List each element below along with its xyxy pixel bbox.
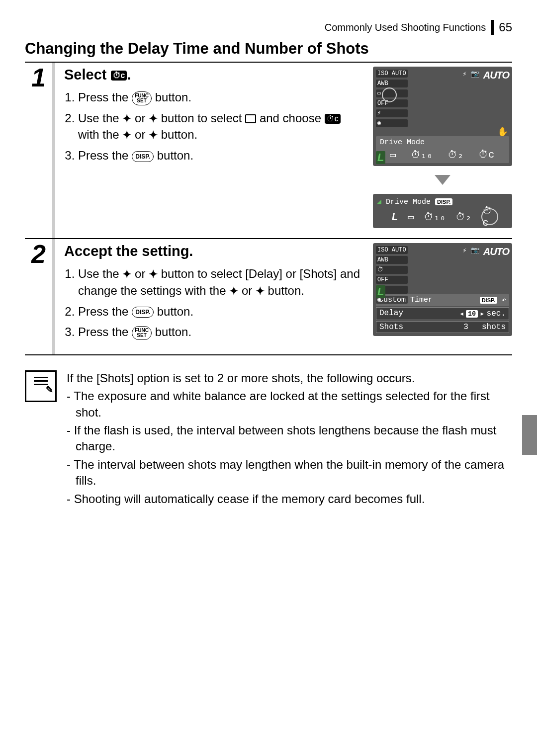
- step-heading: Select ⏱c.: [64, 67, 363, 83]
- note-bullet: Shooting will automatically cease if the…: [67, 491, 512, 507]
- note-section: ✎ If the [Shots] option is set to 2 or m…: [25, 370, 512, 509]
- page-title: Changing the Delay Time and Number of Sh…: [25, 40, 512, 58]
- auto-mode-label: AUTO: [483, 70, 509, 81]
- shots-setting-row: Shots 3 shots: [376, 321, 509, 333]
- custom-timer-icon: ⏱c: [325, 114, 341, 124]
- func-set-button-icon: FUNCSET: [132, 326, 152, 340]
- custom-timer-header: Custom Timer DISP. ↶: [376, 294, 509, 306]
- step-1: 1 Select ⏱c. Press the FUNCSET button. U…: [25, 63, 512, 239]
- disp-badge: DISP.: [480, 297, 497, 304]
- left-arrow-icon: ✦: [122, 129, 131, 141]
- section-name: Commonly Used Shooting Functions: [325, 22, 486, 33]
- up-arrow-icon: ✦: [122, 112, 131, 125]
- disp-badge: DISP.: [435, 198, 452, 205]
- func-set-button-icon: FUNCSET: [132, 91, 152, 105]
- flash-icon: ⚡: [462, 246, 466, 257]
- timer-2-icon: ⏱₂: [455, 211, 471, 223]
- hand-icon: ✋: [497, 126, 508, 137]
- l-badge: L: [376, 151, 385, 164]
- note-bullet: The exposure and white balance are locke…: [67, 388, 512, 420]
- disp-button-icon: DISP.: [132, 307, 154, 318]
- instruction-item: Press the FUNCSET button.: [78, 324, 363, 340]
- note-text: If the [Shots] option is set to 2 or mor…: [67, 370, 512, 509]
- instruction-item: Use the ✦ or ✦ button to select [Delay] …: [78, 265, 363, 299]
- note-bullet: The interval between shots may lengthen …: [67, 457, 512, 489]
- delay-setting-row: Delay ◂10▸ sec.: [376, 307, 509, 320]
- page-number: 65: [499, 20, 512, 34]
- note-bullet-list: The exposure and white balance are locke…: [67, 388, 512, 507]
- lcd-right-icons: ⚡ 📷 AUTO: [462, 70, 509, 81]
- drive-mode-bar: Drive Mode ▭ ⏱₁₀ ⏱₂ ⏱c: [376, 136, 509, 163]
- step-heading: Accept the setting.: [64, 243, 363, 259]
- single-shot-icon: ▭: [390, 149, 396, 161]
- selection-circle: [382, 87, 397, 102]
- instruction-item: Press the DISP. button.: [78, 303, 363, 320]
- instruction-list: Press the FUNCSET button. Use the ✦ or ✦…: [64, 89, 363, 164]
- note-bullet: If the flash is used, the interval betwe…: [67, 422, 512, 455]
- instruction-item: Use the ✦ or ✦ button to select and choo…: [78, 110, 363, 144]
- step-number: 2: [31, 241, 46, 267]
- instruction-item: Press the FUNCSET button.: [78, 89, 363, 106]
- page-header: Commonly Used Shooting Functions 65: [25, 20, 512, 35]
- timer-2-icon: ⏱₂: [448, 149, 463, 161]
- lcd-drive-mode: ISO AUTO AWB ▭ OFF ⚡ ◉ ⚡ 📷 AUTO ✋: [373, 67, 512, 166]
- left-arrow-icon: ✦: [229, 285, 238, 297]
- single-shot-icon: [245, 114, 256, 123]
- lcd-right-icons: ⚡ 📷 AUTO: [462, 246, 509, 257]
- camera-icon: 📷: [471, 246, 479, 257]
- single-shot-icon: ▭: [408, 211, 414, 223]
- header-divider: [491, 20, 494, 35]
- timer-custom-selected: ⏱c: [481, 208, 498, 225]
- timer-10-icon: ⏱₁₀: [411, 149, 433, 161]
- right-arrow-icon: ✦: [149, 129, 158, 141]
- instruction-list: Use the ✦ or ✦ button to select [Delay] …: [64, 265, 363, 340]
- up-arrow-icon: ✦: [122, 268, 131, 280]
- lcd-drive-mode-disp: ◢ Drive Mode DISP. L ▭ ⏱₁₀ ⏱₂ ⏱c: [373, 194, 512, 228]
- l-badge: L: [376, 285, 385, 298]
- flash-icon: ⚡: [462, 70, 466, 81]
- note-intro: If the [Shots] option is set to 2 or mor…: [67, 370, 512, 386]
- down-triangle-icon: [435, 175, 450, 185]
- lcd-custom-timer: ISO AUTO AWB ⏱ OFF ⚡ ◉ ⚡ 📷 AUTO L: [373, 243, 512, 336]
- timer-10-icon: ⏱₁₀: [424, 211, 446, 223]
- auto-mode-label: AUTO: [483, 246, 509, 257]
- step-number-col: 2: [25, 239, 55, 354]
- camera-icon: 📷: [471, 70, 479, 81]
- custom-timer-icon: ⏱c: [111, 71, 127, 81]
- l-badge: L: [392, 211, 398, 223]
- lcd-screenshots: ISO AUTO AWB ▭ OFF ⚡ ◉ ⚡ 📷 AUTO ✋: [373, 67, 512, 228]
- step-number-col: 1: [25, 63, 55, 238]
- step-2: 2 Accept the setting. Use the ✦ or ✦ but…: [25, 239, 512, 355]
- side-tab: [522, 415, 537, 455]
- note-icon: ✎: [25, 370, 57, 402]
- disp-button-icon: DISP.: [132, 151, 154, 162]
- timer-custom-icon: ⏱c: [478, 149, 494, 161]
- return-icon: ↶: [502, 296, 506, 305]
- green-indicator: ◢: [377, 198, 381, 206]
- step-number: 1: [31, 65, 46, 90]
- right-arrow-icon: ✦: [256, 285, 265, 297]
- down-arrow-icon: ✦: [149, 112, 158, 125]
- lcd-screenshots: ISO AUTO AWB ⏱ OFF ⚡ ◉ ⚡ 📷 AUTO L: [373, 243, 512, 344]
- down-arrow-icon: ✦: [149, 268, 158, 280]
- instruction-item: Press the DISP. button.: [78, 147, 363, 164]
